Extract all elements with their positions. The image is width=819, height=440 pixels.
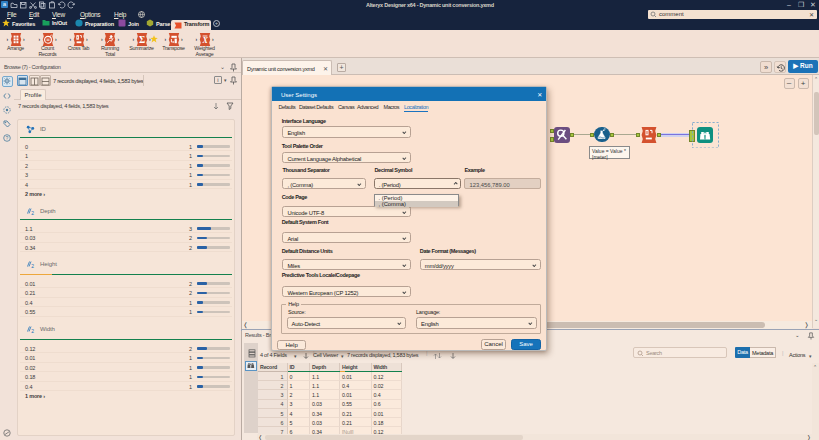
svg-text:?: ? [6,135,9,141]
svg-text:Σ: Σ [139,35,145,45]
svg-text:2: 2 [31,210,34,216]
svg-text:2: 2 [31,328,34,334]
svg-text:2: 2 [31,263,34,269]
